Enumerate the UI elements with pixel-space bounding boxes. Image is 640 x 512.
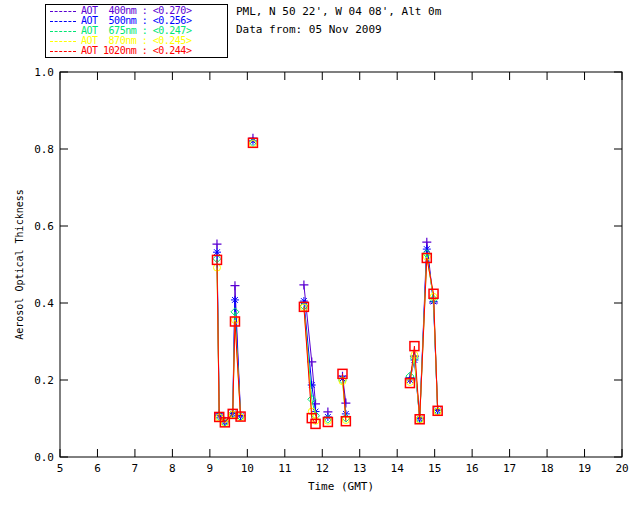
series-line-500nm	[217, 252, 241, 422]
series-870nm	[213, 140, 441, 426]
x-tick-label: 19	[578, 462, 591, 475]
x-tick-label: 6	[94, 462, 101, 475]
y-tick-label: 0.0	[34, 451, 54, 464]
x-tick-label: 18	[540, 462, 553, 475]
plus-marker	[299, 280, 308, 289]
x-tick-label: 16	[466, 462, 479, 475]
x-tick-label: 12	[316, 462, 329, 475]
plot-window: AOT 400nm : <0.270>AOT 500nm : <0.256>AO…	[0, 0, 640, 512]
legend-line-sample	[50, 21, 76, 22]
x-tick-label: 15	[428, 462, 441, 475]
y-axis-title: Aerosol Optical Thickness	[14, 189, 25, 340]
x-tick-label: 10	[241, 462, 254, 475]
legend-line-sample	[50, 41, 76, 42]
x-tick-label: 13	[353, 462, 366, 475]
x-axis: 567891011121314151617181920Time (GMT)	[57, 72, 629, 493]
data-date: Data from: 05 Nov 2009	[236, 24, 382, 36]
y-tick-label: 0.4	[34, 297, 54, 310]
x-tick-label: 5	[57, 462, 64, 475]
aot-time-series-chart: 567891011121314151617181920Time (GMT)0.0…	[0, 0, 640, 512]
station-info: PML, N 50 22', W 04 08', Alt 0m	[236, 6, 441, 18]
plus-marker	[212, 240, 221, 249]
axes	[60, 72, 622, 457]
legend-line-sample	[50, 51, 76, 52]
legend-line-sample	[50, 11, 76, 12]
legend-item-label: AOT 1020nm : <0.244>	[81, 46, 191, 56]
x-axis-title: Time (GMT)	[308, 480, 374, 493]
legend: AOT 400nm : <0.270>AOT 500nm : <0.256>AO…	[45, 4, 228, 58]
series-line-1020nm	[410, 258, 438, 419]
x-tick-label: 8	[169, 462, 176, 475]
x-tick-label: 14	[391, 462, 405, 475]
plus-marker	[230, 281, 239, 290]
x-tick-label: 17	[503, 462, 516, 475]
legend-item-1020nm: AOT 1020nm : <0.244>	[50, 46, 227, 56]
y-tick-label: 0.2	[34, 374, 54, 387]
y-tick-label: 0.8	[34, 143, 54, 156]
y-tick-label: 0.6	[34, 220, 54, 233]
asterisk-marker	[231, 296, 239, 304]
series-line-870nm	[410, 257, 438, 420]
x-tick-label: 7	[132, 462, 139, 475]
x-tick-label: 20	[615, 462, 628, 475]
plot-frame	[60, 72, 622, 457]
x-tick-label: 9	[207, 462, 214, 475]
y-tick-label: 1.0	[34, 66, 54, 79]
series-500nm	[213, 137, 442, 426]
legend-line-sample	[50, 31, 76, 32]
x-tick-label: 11	[278, 462, 291, 475]
plus-marker	[341, 399, 350, 408]
